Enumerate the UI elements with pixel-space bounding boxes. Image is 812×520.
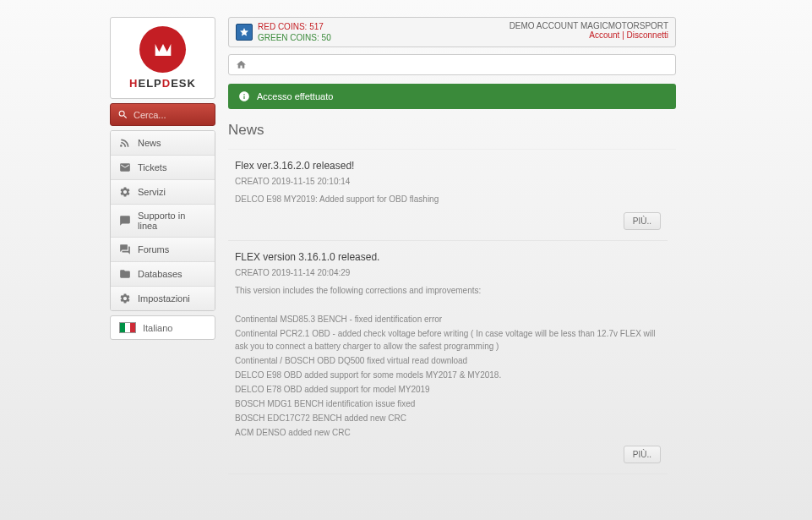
news-list[interactable]: Flex ver.3.16.2.0 released!CREATO 2019-1… xyxy=(228,149,676,474)
red-coins: RED COINS: 517 xyxy=(258,21,331,32)
nav-label: Tickets xyxy=(138,162,166,172)
breadcrumb[interactable] xyxy=(228,54,676,75)
top-bar: RED COINS: 517 GREEN COINS: 50 DEMO ACCO… xyxy=(228,17,676,47)
gear-icon xyxy=(119,186,131,198)
nav-label: News xyxy=(138,138,161,148)
news-date: CREATO 2019-11-15 20:10:14 xyxy=(235,177,661,186)
more-button[interactable]: PIÙ.. xyxy=(624,212,661,230)
nav-label: Supporto in linea xyxy=(138,211,206,231)
search-input[interactable] xyxy=(134,110,208,120)
nav-item-tickets[interactable]: Tickets xyxy=(111,156,215,180)
main-content: RED COINS: 517 GREEN COINS: 50 DEMO ACCO… xyxy=(228,17,676,474)
alert-success: Accesso effettuato xyxy=(228,84,676,109)
search-icon xyxy=(117,109,128,120)
account-link[interactable]: Account xyxy=(589,30,619,40)
news-body: This version includes the following corr… xyxy=(235,284,661,439)
cog-icon xyxy=(119,293,131,304)
news-title: FLEX version 3.16.1.0 released. xyxy=(235,251,661,263)
disconnect-link[interactable]: Disconnetti xyxy=(627,30,668,40)
nav-item-supporto[interactable]: Supporto in linea xyxy=(111,205,215,238)
search-box[interactable] xyxy=(110,103,215,126)
news-body: DELCO E98 MY2019: Added support for OBD … xyxy=(235,193,661,205)
envelope-icon xyxy=(119,161,131,173)
account-box: DEMO ACCOUNT MAGICMOTORSPORT Account | D… xyxy=(510,21,668,43)
nav-item-servizi[interactable]: Servizi xyxy=(111,180,215,205)
language-selector[interactable]: Italiano xyxy=(110,315,215,340)
logo-icon xyxy=(139,26,186,73)
home-icon xyxy=(236,59,247,70)
chat-icon xyxy=(119,215,131,227)
nav-menu: News Tickets Servizi Supporto in linea F… xyxy=(110,130,215,311)
account-name: DEMO ACCOUNT MAGICMOTORSPORT xyxy=(510,21,668,30)
news-item: FLEX version 3.16.1.0 released.CREATO 20… xyxy=(228,241,668,474)
forum-icon xyxy=(119,244,131,255)
sidebar: HELPDESK News Tickets Servizi Supporto i… xyxy=(110,17,215,474)
nav-item-forums[interactable]: Forums xyxy=(111,238,215,262)
logo-box: HELPDESK xyxy=(110,17,215,99)
nav-item-impostazioni[interactable]: Impostazioni xyxy=(111,287,215,310)
page-title: News xyxy=(228,122,676,139)
nav-item-news[interactable]: News xyxy=(111,131,215,156)
news-title: Flex ver.3.16.2.0 released! xyxy=(235,160,661,172)
folder-icon xyxy=(119,268,131,280)
coins-box: RED COINS: 517 GREEN COINS: 50 xyxy=(236,21,331,43)
alert-text: Accesso effettuato xyxy=(257,91,333,101)
flag-italy-icon xyxy=(119,322,136,333)
rss-icon xyxy=(119,137,131,149)
nav-label: Forums xyxy=(138,244,169,255)
green-coins: GREEN COINS: 50 xyxy=(258,32,331,43)
language-label: Italiano xyxy=(143,323,172,333)
nav-label: Impostazioni xyxy=(138,293,190,304)
coins-icon xyxy=(236,24,253,41)
nav-item-databases[interactable]: Databases xyxy=(111,262,215,287)
info-icon xyxy=(238,90,250,102)
more-button[interactable]: PIÙ.. xyxy=(624,446,661,463)
news-date: CREATO 2019-11-14 20:04:29 xyxy=(235,268,661,277)
news-item: Flex ver.3.16.2.0 released!CREATO 2019-1… xyxy=(228,150,668,241)
nav-label: Servizi xyxy=(138,187,166,197)
logo-text: HELPDESK xyxy=(119,77,206,90)
nav-label: Databases xyxy=(138,269,183,279)
